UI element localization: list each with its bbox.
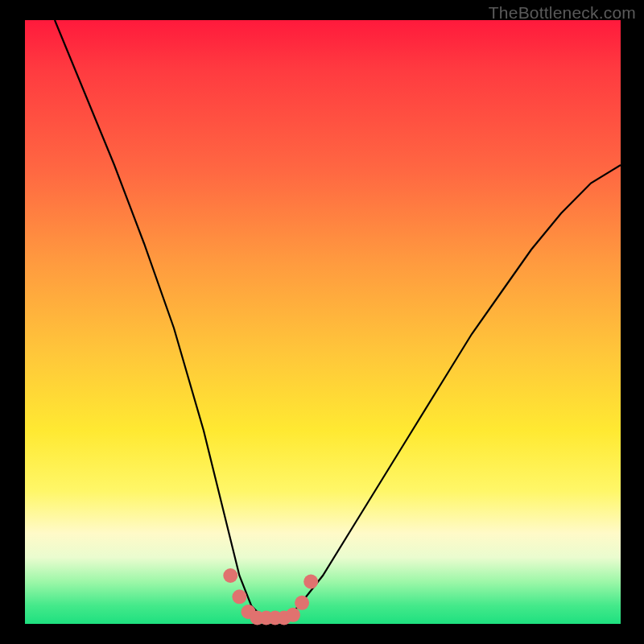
plot-area [25, 20, 621, 624]
valley-marker [286, 608, 300, 622]
valley-markers-group [223, 568, 318, 625]
valley-marker [232, 589, 246, 604]
bottleneck-curve-svg [25, 20, 621, 624]
valley-marker [295, 596, 309, 610]
valley-marker [303, 575, 318, 589]
bottleneck-curve-path [55, 20, 621, 618]
watermark-text: TheBottleneck.com [489, 3, 636, 23]
valley-marker [223, 568, 237, 583]
chart-frame: TheBottleneck.com [0, 0, 644, 644]
